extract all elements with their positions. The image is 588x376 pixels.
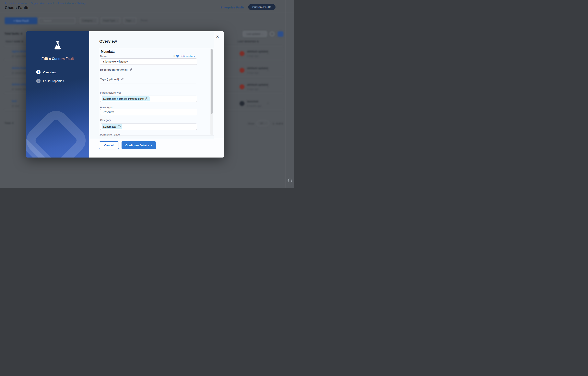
- row-expand-chevron[interactable]: ›: [267, 102, 268, 105]
- name-label: Name: [100, 55, 107, 58]
- cancel-button[interactable]: Cancel: [99, 141, 119, 149]
- chevron-right-icon: ›: [151, 144, 152, 147]
- scrollbar-thumb[interactable]: [211, 49, 213, 114]
- wizard-steps: 1 Overview 2 Fault Properties: [36, 70, 64, 83]
- refresh-icon[interactable]: [270, 32, 274, 36]
- step-overview[interactable]: 1 Overview: [36, 70, 64, 74]
- modal-sidebar-title: Edit a Custom Fault: [42, 57, 74, 61]
- row-expand-chevron[interactable]: ›: [267, 85, 268, 88]
- total-faults-label: Total faults: 4: [5, 32, 22, 35]
- new-fault-button[interactable]: + New Fault: [5, 17, 37, 24]
- modified-by-text: launched: [247, 100, 258, 103]
- chevron-down-icon: ⌄: [116, 20, 118, 22]
- modified-by-text: abhilash updated: [247, 83, 268, 86]
- step-number: 1: [36, 70, 41, 74]
- search-icon: ○: [41, 19, 42, 22]
- sort-chip[interactable]: Last updated⌄: [243, 31, 267, 37]
- modal-footer: Cancel Configure Details ›: [89, 139, 224, 157]
- column-header-last-modified[interactable]: LAST MODIFIED ⇅: [238, 40, 259, 43]
- view-toggle-button[interactable]: [278, 31, 284, 37]
- row-expand-chevron[interactable]: ›: [267, 52, 268, 55]
- step-fault-properties[interactable]: 2 Fault Properties: [36, 79, 64, 83]
- name-row: Name Id : istio-networ...: [100, 55, 197, 58]
- reset-filters-button[interactable]: Reset: [141, 19, 147, 22]
- tab-enterprise-faults[interactable]: Enterprise Faults: [220, 6, 245, 9]
- pagination-range: 1 - 4 of 4: [273, 122, 283, 125]
- chaos-faults-page: Account: chaos-dev›Organization: default…: [0, 0, 294, 188]
- category-tag: Kubernetes ✕: [102, 124, 122, 129]
- tags-row: Tags (optional): [100, 78, 124, 81]
- flask-icon: [53, 41, 62, 51]
- infrastructure-type-select[interactable]: Kubernetes (Harness Infrastructure) ✕: [100, 95, 197, 102]
- metadata-heading: Metadata: [101, 50, 115, 53]
- chevron-down-icon: ⌄: [264, 122, 266, 124]
- step-number: 2: [36, 79, 41, 83]
- breadcrumb: Account: chaos-dev›Organization: default…: [5, 2, 86, 5]
- infrastructure-tag: Kubernetes (Harness Infrastructure) ✕: [102, 96, 150, 101]
- fault-type-label: Fault Type: [100, 106, 113, 109]
- modified-at-text: 4 days ago: [247, 55, 259, 57]
- breadcrumb-separator: ›: [56, 2, 56, 5]
- edit-custom-fault-modal: Edit a Custom Fault 1 Overview 2 Fault P…: [26, 31, 224, 157]
- column-header-fault-name[interactable]: FAULT NAME ⇅: [6, 40, 23, 43]
- remove-tag-icon[interactable]: ✕: [118, 125, 121, 128]
- breadcrumb-separator: ›: [75, 2, 76, 5]
- modal-heading: Overview: [99, 39, 117, 44]
- modified-by-text: abhilash updated: [247, 50, 268, 53]
- filter-fault-type[interactable]: Fault Type⌄: [101, 18, 120, 24]
- tab-custom-faults[interactable]: Custom Faults: [248, 4, 275, 10]
- configure-details-button[interactable]: Configure Details ›: [122, 141, 156, 149]
- infrastructure-type-label: Infrastructure type: [100, 91, 122, 94]
- step-label: Fault Properties: [43, 79, 64, 83]
- breadcrumb-project[interactable]: Project: demo: [58, 2, 74, 5]
- fault-name-input[interactable]: [100, 58, 197, 65]
- info-icon[interactable]: [176, 55, 179, 58]
- tags-label: Tags (optional): [100, 78, 119, 81]
- fault-name-link[interactable]: test: [12, 100, 17, 103]
- close-icon[interactable]: ✕: [215, 34, 220, 39]
- category-select[interactable]: Kubernetes ✕: [100, 124, 197, 130]
- edit-pencil-icon[interactable]: [129, 68, 132, 71]
- breadcrumb-settings[interactable]: Settings: [77, 2, 86, 5]
- description-label: Description (optional): [100, 68, 128, 71]
- overview-form: Metadata Name Id : istio-networ...: [99, 48, 214, 136]
- fault-type-input[interactable]: [100, 109, 197, 115]
- fault-name-link[interactable]: nginx-delete: [12, 50, 28, 53]
- modified-by-text: abhilash updated: [247, 67, 268, 70]
- filter-tags[interactable]: Tags⌄: [124, 18, 136, 24]
- edit-pencil-icon[interactable]: [121, 78, 124, 81]
- support-chat-icon[interactable]: [287, 178, 293, 183]
- modified-at-text: 4 days ago: [247, 71, 259, 74]
- page-title: Chaos Faults: [5, 6, 30, 10]
- status-avatar: [240, 68, 244, 73]
- chevron-down-icon: ⌄: [94, 20, 95, 22]
- chevron-down-icon: ⌄: [132, 20, 134, 22]
- modal-sidebar: Edit a Custom Fault 1 Overview 2 Fault P…: [26, 31, 89, 157]
- status-avatar: [240, 51, 244, 56]
- step-label: Overview: [43, 71, 56, 74]
- pagination-total: Total: 4: [5, 122, 13, 125]
- permission-level-label: Permission Level: [100, 133, 120, 136]
- search-input[interactable]: ○ Search: [39, 18, 75, 24]
- status-avatar: [240, 84, 244, 89]
- filter-category[interactable]: Category⌄: [80, 18, 97, 24]
- modified-at-text: 8 months ago: [247, 104, 261, 107]
- description-row: Description (optional): [100, 68, 132, 71]
- modal-content: ✕ Overview Metadata Name Id : istio-netw…: [89, 31, 224, 157]
- fault-id-row: Id : istio-networ...: [173, 55, 197, 58]
- pagination-show-label: Show: [248, 122, 254, 125]
- breadcrumb-organization[interactable]: Organization: default: [31, 2, 54, 5]
- status-avatar: [240, 101, 244, 106]
- row-expand-chevron[interactable]: ›: [267, 68, 268, 72]
- modified-at-text: 4 days ago: [247, 88, 259, 91]
- id-label: Id: [173, 55, 175, 58]
- breadcrumb-account[interactable]: Account: chaos-dev: [5, 2, 27, 5]
- page-size-select[interactable]: 10⌄: [257, 120, 269, 126]
- category-label: Category: [100, 119, 111, 122]
- remove-tag-icon[interactable]: ✕: [145, 97, 148, 100]
- breadcrumb-separator: ›: [29, 2, 29, 5]
- content-right-strip: [214, 31, 224, 139]
- fault-id-link[interactable]: : istio-networ...: [180, 55, 197, 58]
- section-divider: [100, 84, 196, 84]
- chevron-down-icon: ⌄: [262, 33, 263, 35]
